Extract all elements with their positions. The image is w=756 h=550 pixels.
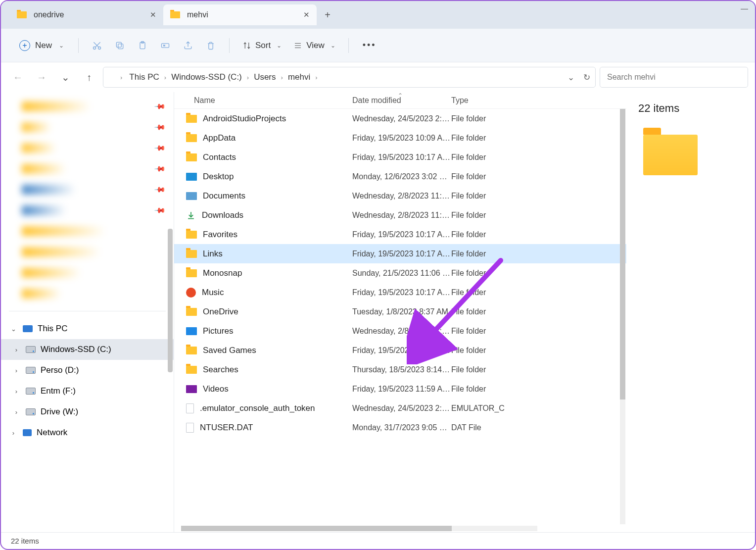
- new-tab-button[interactable]: +: [317, 4, 338, 25]
- file-icon: [186, 423, 194, 433]
- file-date: Thursday, 18/5/2023 8:14 …: [352, 365, 451, 374]
- pinned-item[interactable]: 📌: [1, 117, 174, 138]
- minimize-icon[interactable]: —: [741, 4, 748, 12]
- search-input[interactable]: [607, 73, 741, 82]
- tree-thispc[interactable]: ⌄ This PC: [1, 318, 174, 339]
- chevron-down-icon[interactable]: ⌄: [567, 72, 574, 83]
- file-row[interactable]: PicturesWednesday, 2/8/2023 11:…File fol…: [174, 321, 626, 341]
- pin-icon: 📌: [153, 142, 166, 154]
- file-name: Desktop: [203, 172, 234, 182]
- file-name: Searches: [203, 365, 238, 375]
- file-row[interactable]: DesktopMonday, 12/6/2023 3:02 …File fold…: [174, 167, 626, 186]
- file-icon: [186, 134, 197, 142]
- file-row[interactable]: Saved GamesFriday, 19/5/2023 10:17 A…Fil…: [174, 341, 626, 360]
- scrollbar-horizontal[interactable]: [181, 526, 537, 531]
- file-row[interactable]: ContactsFriday, 19/5/2023 10:17 A…File f…: [174, 148, 626, 167]
- chevron-right-icon: ›: [12, 408, 21, 416]
- recent-button[interactable]: ⌄: [55, 67, 75, 87]
- file-type: File folder: [451, 134, 511, 143]
- tree-label: Network: [37, 428, 67, 438]
- breadcrumb-users[interactable]: Users: [250, 70, 280, 84]
- breadcrumb-drive[interactable]: Windows-SSD (C:): [167, 70, 246, 84]
- tree-drive-c[interactable]: › Windows-SSD (C:): [1, 339, 174, 360]
- pin-icon: 📌: [153, 162, 166, 175]
- drive-icon: [26, 388, 36, 395]
- divider: [78, 38, 79, 53]
- file-row[interactable]: DocumentsWednesday, 2/8/2023 11:…File fo…: [174, 186, 626, 205]
- file-row[interactable]: FavoritesFriday, 19/5/2023 10:17 A…File …: [174, 225, 626, 244]
- file-row[interactable]: DownloadsWednesday, 2/8/2023 11:…File fo…: [174, 205, 626, 225]
- view-button[interactable]: View ⌄: [287, 37, 341, 54]
- breadcrumb-mehvi[interactable]: mehvi: [284, 70, 314, 84]
- up-button[interactable]: ↑: [79, 67, 99, 87]
- close-icon[interactable]: ✕: [303, 10, 310, 19]
- paste-button[interactable]: [131, 36, 154, 55]
- file-row[interactable]: VideosFriday, 19/5/2023 11:59 A…File fol…: [174, 379, 626, 399]
- file-row[interactable]: OneDriveTuesday, 1/8/2023 8:37 AMFile fo…: [174, 302, 626, 321]
- tree-label: Drive (W:): [41, 407, 78, 417]
- file-type: File folder: [451, 346, 511, 355]
- scrollbar-thumb[interactable]: [168, 229, 173, 372]
- file-row[interactable]: MusicFriday, 19/5/2023 10:17 A…File fold…: [174, 283, 626, 302]
- pinned-item[interactable]: [1, 221, 174, 242]
- pinned-item[interactable]: [1, 262, 174, 283]
- file-row[interactable]: NTUSER.DATMonday, 31/7/2023 9:05 …DAT Fi…: [174, 418, 626, 437]
- file-type: File folder: [451, 211, 511, 220]
- new-button[interactable]: + New ⌄: [12, 36, 71, 55]
- back-button[interactable]: ←: [8, 67, 28, 87]
- scrollbar-thumb[interactable]: [181, 526, 452, 531]
- file-type: File folder: [451, 114, 511, 123]
- refresh-icon[interactable]: ↻: [583, 72, 590, 83]
- file-type: File folder: [451, 385, 511, 394]
- pinned-item[interactable]: [1, 283, 174, 304]
- file-name: Links: [203, 249, 223, 259]
- rename-button[interactable]: [154, 36, 177, 55]
- share-button[interactable]: [177, 36, 199, 55]
- breadcrumb-thispc[interactable]: This PC: [125, 70, 163, 84]
- pinned-item[interactable]: 📌: [1, 158, 174, 179]
- scrollbar-vertical[interactable]: [620, 109, 625, 524]
- col-type[interactable]: Type: [451, 96, 511, 105]
- file-type: File folder: [451, 230, 511, 239]
- file-row[interactable]: SearchesThursday, 18/5/2023 8:14 …File f…: [174, 360, 626, 379]
- tree-drive-w[interactable]: › Drive (W:): [1, 401, 174, 422]
- file-row[interactable]: MonosnapSunday, 21/5/2023 11:06 …File fo…: [174, 263, 626, 283]
- more-button[interactable]: •••: [356, 40, 383, 50]
- file-type: File folder: [451, 153, 511, 162]
- pinned-item[interactable]: [1, 242, 174, 262]
- pinned-item[interactable]: 📌: [1, 179, 174, 200]
- file-icon: [186, 210, 196, 220]
- file-date: Wednesday, 24/5/2023 2:…: [352, 114, 451, 123]
- sort-button[interactable]: Sort ⌄: [236, 37, 287, 54]
- tab-bar: onedrive ✕ mehvi ✕ +: [1, 1, 755, 29]
- tab-mehvi[interactable]: mehvi ✕: [163, 4, 317, 25]
- forward-button[interactable]: →: [32, 67, 51, 87]
- nav-row: ← → ⌄ ↑ › This PC › Windows-SSD (C:) › U…: [1, 62, 755, 92]
- collapse-icon[interactable]: ⌃: [398, 92, 403, 99]
- scrollbar-thumb[interactable]: [620, 109, 625, 400]
- file-date: Wednesday, 24/5/2023 2:…: [352, 404, 451, 413]
- cut-button[interactable]: [86, 36, 108, 55]
- tab-onedrive[interactable]: onedrive ✕: [10, 4, 163, 25]
- col-name[interactable]: Name: [174, 96, 352, 105]
- file-row[interactable]: LinksFriday, 19/5/2023 10:17 A…File fold…: [174, 244, 626, 263]
- search-box[interactable]: [600, 67, 748, 88]
- file-row[interactable]: .emulator_console_auth_tokenWednesday, 2…: [174, 399, 626, 418]
- pinned-item[interactable]: 📌: [1, 200, 174, 221]
- file-row[interactable]: AppDataFriday, 19/5/2023 10:09 A…File fo…: [174, 128, 626, 148]
- chevron-right-icon: ›: [120, 74, 122, 81]
- file-name: Music: [202, 288, 224, 298]
- tree-drive-d[interactable]: › Perso (D:): [1, 360, 174, 381]
- chevron-right-icon: ›: [12, 367, 21, 374]
- tree-drive-f[interactable]: › Entm (F:): [1, 381, 174, 401]
- address-bar[interactable]: › This PC › Windows-SSD (C:) › Users › m…: [103, 67, 596, 88]
- pinned-item[interactable]: 📌: [1, 96, 174, 117]
- file-row[interactable]: AndroidStudioProjectsWednesday, 24/5/202…: [174, 109, 626, 128]
- pinned-item[interactable]: 📌: [1, 138, 174, 158]
- close-icon[interactable]: ✕: [150, 10, 156, 19]
- tree-network[interactable]: › Network: [1, 422, 174, 443]
- copy-button[interactable]: [108, 36, 131, 55]
- content-body: 📌 📌 📌 📌 📌 📌 ⌄ This PC › Windows-SSD (C:)…: [1, 92, 755, 532]
- delete-button[interactable]: [199, 36, 222, 55]
- file-type: File folder: [451, 365, 511, 374]
